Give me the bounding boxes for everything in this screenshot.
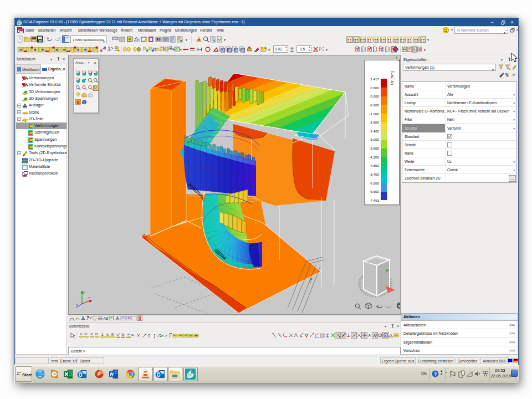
svg-text:Fr: Fr: [131, 334, 135, 337]
svg-text:1.70: 1.70: [308, 278, 313, 284]
svg-text:Y: Y: [88, 296, 90, 300]
svg-text:Z: Z: [83, 291, 85, 295]
svg-text:?: ?: [434, 371, 437, 377]
svg-text:P: P: [98, 371, 101, 377]
svg-text:XY: XY: [84, 333, 88, 336]
svg-text:XZ: XZ: [95, 333, 98, 336]
svg-text:X: X: [76, 303, 78, 306]
svg-text:N: N: [80, 333, 82, 336]
svg-text:AB: AB: [104, 316, 109, 320]
svg-text:YZ: YZ: [90, 333, 93, 336]
svg-text:B: B: [77, 100, 80, 104]
